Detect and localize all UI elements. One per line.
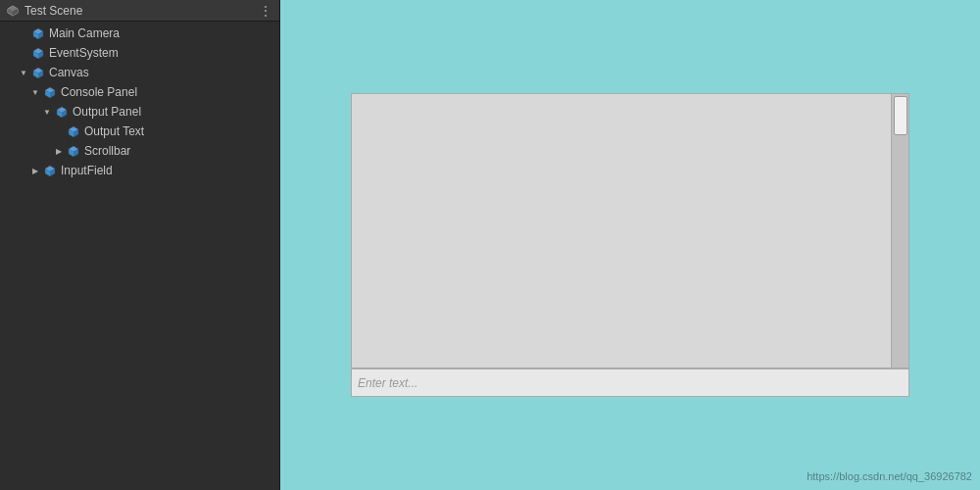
tree-label: InputField [61, 164, 113, 177]
cube-icon [31, 66, 45, 79]
tree-label: Scrollbar [84, 144, 130, 158]
tree-label: Output Text [84, 124, 144, 138]
cube-icon [67, 144, 80, 158]
input-field[interactable]: Enter text... [352, 368, 908, 396]
tree-label: Console Panel [61, 85, 137, 99]
cube-icon [31, 26, 45, 40]
tree-item-inputfield[interactable]: InputField [0, 161, 279, 180]
tree-item-output-panel[interactable]: Output Panel [0, 102, 279, 122]
tree-arrow[interactable] [29, 165, 41, 176]
tree-label: Main Camera [49, 26, 120, 40]
cube-icon [43, 164, 57, 177]
scene-title: Test Scene [24, 4, 259, 18]
scene-icon [6, 4, 20, 18]
tree-item-canvas[interactable]: Canvas [0, 63, 279, 82]
tree-item-main-camera[interactable]: Main Camera [0, 24, 279, 43]
tree-label: Canvas [49, 66, 89, 79]
console-ui-container: Enter text... [351, 93, 909, 397]
hierarchy-panel: Test Scene ⋮ Main Camera EventSystem Can… [0, 0, 280, 490]
cube-icon [55, 105, 69, 119]
tree-arrow[interactable] [18, 67, 29, 78]
hierarchy-header: Test Scene ⋮ [0, 0, 279, 22]
hierarchy-tree: Main Camera EventSystem Canvas Console P… [0, 22, 279, 490]
watermark: https://blog.csdn.net/qq_36926782 [807, 470, 972, 482]
cube-icon [43, 85, 57, 99]
tree-label: Output Panel [73, 105, 141, 119]
tree-item-scrollbar[interactable]: Scrollbar [0, 141, 279, 161]
output-panel [352, 94, 908, 368]
tree-item-eventsystem[interactable]: EventSystem [0, 43, 279, 63]
tree-item-output-text[interactable]: Output Text [0, 122, 279, 141]
scrollbar[interactable] [891, 94, 908, 368]
output-text [352, 94, 891, 368]
cube-icon [31, 46, 45, 60]
tree-arrow[interactable] [29, 86, 41, 98]
tree-item-console-panel[interactable]: Console Panel [0, 82, 279, 102]
scrollbar-thumb[interactable] [894, 96, 907, 135]
cube-icon [67, 124, 80, 138]
scene-panel: Enter text... https://blog.csdn.net/qq_3… [280, 0, 980, 490]
tree-arrow[interactable] [41, 106, 53, 118]
input-placeholder: Enter text... [358, 376, 417, 390]
tree-label: EventSystem [49, 46, 119, 60]
hierarchy-more-button[interactable]: ⋮ [259, 3, 273, 19]
tree-arrow[interactable] [53, 145, 65, 157]
